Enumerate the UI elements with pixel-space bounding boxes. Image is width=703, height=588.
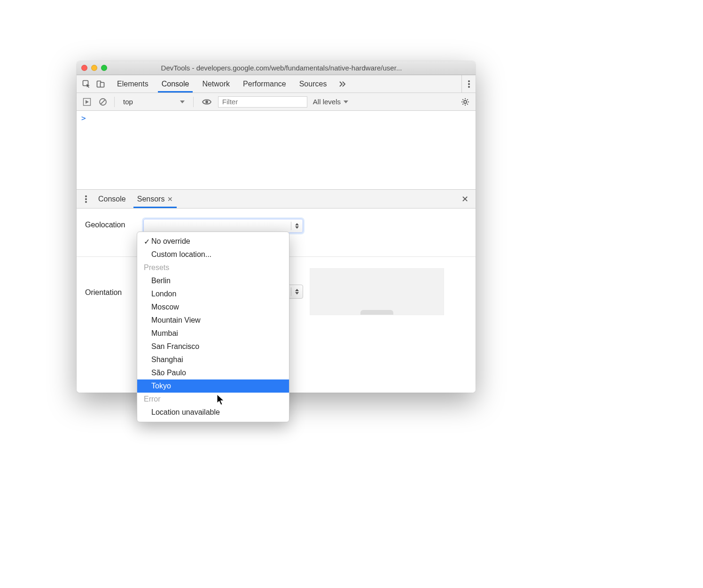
chevron-down-icon	[180, 101, 185, 103]
filter-input[interactable]	[218, 96, 307, 108]
svg-point-5	[468, 86, 470, 88]
svg-point-9	[205, 101, 208, 103]
option-label: Mumbai	[151, 329, 178, 338]
titlebar: DevTools - developers.google.com/web/fun…	[77, 61, 476, 75]
console-toolbar: top All levels	[77, 93, 476, 111]
execution-play-icon[interactable]	[80, 95, 94, 108]
separator	[291, 287, 291, 296]
toggle-device-icon[interactable]	[94, 75, 108, 93]
dropdown-option-mountain-view[interactable]: Mountain View	[137, 314, 289, 327]
dropdown-option-no-override[interactable]: ✓ No override	[137, 235, 289, 248]
close-tab-icon[interactable]: ✕	[167, 195, 173, 203]
option-label: Location unavailable	[151, 408, 220, 417]
tab-label: Sensors	[137, 195, 165, 203]
tab-label: Elements	[117, 80, 148, 88]
svg-line-18	[467, 99, 468, 100]
geolocation-dropdown: ✓ No override Custom location... Presets…	[137, 232, 289, 422]
dropdown-option-sao-paulo[interactable]: São Paulo	[137, 366, 289, 379]
dropdown-option-location-unavailable[interactable]: Location unavailable	[137, 406, 289, 419]
window-title: DevTools - developers.google.com/web/fun…	[111, 64, 471, 72]
svg-point-3	[468, 80, 470, 82]
option-label: No override	[151, 237, 190, 246]
option-label: Tokyo	[151, 382, 171, 390]
option-label: São Paulo	[151, 369, 186, 377]
select-caret-icon	[295, 289, 299, 294]
option-label: Moscow	[151, 303, 179, 311]
log-level-label: All levels	[313, 98, 341, 106]
option-label: London	[151, 290, 176, 298]
separator	[193, 97, 194, 107]
svg-line-17	[462, 104, 463, 105]
drawer-tabbar: Console Sensors ✕ ✕	[77, 190, 476, 209]
option-label: Berlin	[151, 277, 171, 285]
tab-label: Performance	[243, 80, 286, 88]
geolocation-label: Geolocation	[85, 219, 137, 229]
close-window-button[interactable]	[81, 65, 87, 71]
svg-point-20	[85, 198, 87, 200]
main-tabbar: Elements Console Network Performance Sou…	[77, 75, 476, 93]
context-value: top	[123, 98, 133, 106]
svg-line-16	[467, 104, 468, 105]
separator	[114, 97, 115, 107]
svg-point-10	[464, 101, 467, 103]
console-prompt: >	[81, 114, 86, 123]
live-expression-icon[interactable]	[200, 95, 213, 108]
dropdown-option-san-francisco[interactable]: San Francisco	[137, 340, 289, 353]
kebab-menu-icon[interactable]	[461, 75, 476, 93]
main-tabs: Elements Console Network Performance Sou…	[110, 75, 333, 93]
inspect-element-icon[interactable]	[79, 75, 94, 93]
clear-console-icon[interactable]	[96, 95, 109, 108]
minimize-window-button[interactable]	[91, 65, 97, 71]
tab-sources[interactable]: Sources	[293, 75, 334, 93]
chevron-down-icon	[344, 101, 348, 103]
drawer-tab-console[interactable]: Console	[93, 190, 132, 208]
orientation-label: Orientation	[85, 286, 137, 297]
drawer-menu-icon[interactable]	[79, 195, 93, 203]
select-caret-icon	[295, 223, 299, 229]
option-label: San Francisco	[151, 342, 199, 351]
tab-label: Console	[162, 80, 189, 88]
log-level-selector[interactable]: All levels	[313, 98, 348, 106]
separator	[291, 222, 291, 230]
option-label: Mountain View	[151, 316, 201, 325]
tab-label: Network	[202, 80, 230, 88]
tab-network[interactable]: Network	[195, 75, 236, 93]
orientation-preview[interactable]	[310, 268, 444, 315]
dropdown-option-tokyo[interactable]: Tokyo	[137, 379, 289, 393]
svg-point-4	[468, 83, 470, 85]
tab-performance[interactable]: Performance	[236, 75, 293, 93]
tab-console[interactable]: Console	[155, 75, 196, 93]
tab-elements[interactable]: Elements	[110, 75, 155, 93]
dropdown-option-mumbai[interactable]: Mumbai	[137, 327, 289, 340]
zoom-window-button[interactable]	[101, 65, 107, 71]
traffic-lights	[81, 65, 107, 71]
option-label: Custom location...	[151, 250, 211, 259]
dropdown-option-berlin[interactable]: Berlin	[137, 274, 289, 287]
svg-point-19	[85, 195, 87, 197]
more-tabs-icon[interactable]	[333, 80, 352, 88]
geolocation-row: Geolocation	[85, 219, 467, 233]
svg-point-21	[85, 201, 87, 203]
option-label: Shanghai	[151, 356, 183, 364]
check-icon: ✓	[142, 237, 151, 246]
svg-rect-2	[101, 82, 104, 87]
geolocation-select[interactable]	[143, 219, 303, 233]
dropdown-group-error: Error	[137, 393, 289, 406]
dropdown-option-london[interactable]: London	[137, 287, 289, 301]
drawer-tab-sensors[interactable]: Sensors ✕	[132, 190, 179, 208]
tab-label: Console	[98, 195, 126, 203]
dropdown-option-custom-location[interactable]: Custom location...	[137, 248, 289, 261]
close-drawer-icon[interactable]: ✕	[457, 194, 473, 204]
dropdown-option-shanghai[interactable]: Shanghai	[137, 353, 289, 366]
dropdown-option-moscow[interactable]: Moscow	[137, 301, 289, 314]
tab-label: Sources	[299, 80, 327, 88]
device-icon	[360, 310, 393, 315]
context-selector[interactable]: top	[119, 96, 188, 108]
dropdown-group-presets: Presets	[137, 261, 289, 274]
console-settings-icon[interactable]	[459, 95, 472, 108]
console-output[interactable]: >	[77, 111, 476, 190]
svg-line-8	[101, 100, 105, 104]
cursor-icon	[217, 394, 225, 405]
svg-line-15	[462, 99, 463, 100]
